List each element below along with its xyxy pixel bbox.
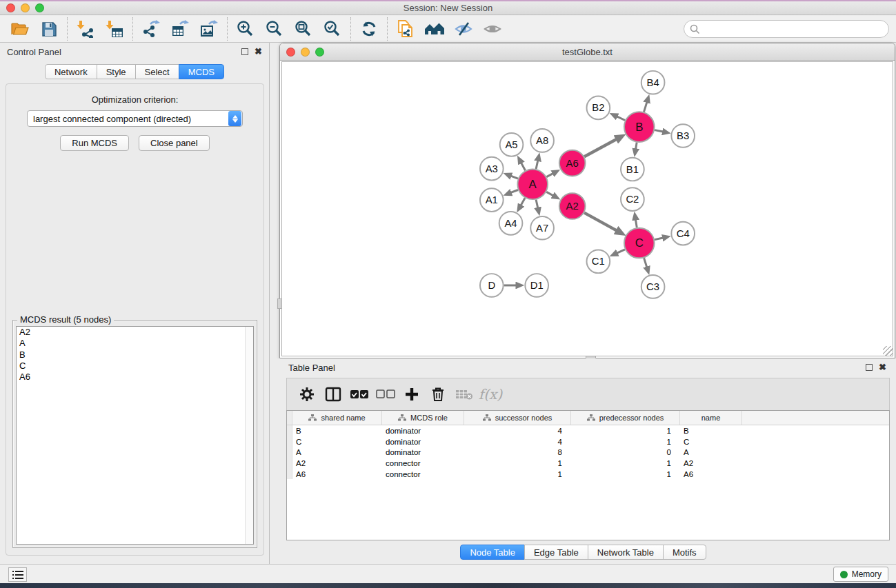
table-cell[interactable]: B [292,427,382,435]
close-panel-button[interactable]: Close panel [139,135,210,151]
export-network-icon[interactable] [137,17,166,41]
table-cell[interactable]: A6 [292,470,382,478]
table-cell[interactable]: 1 [571,427,680,435]
import-table-icon[interactable] [100,17,129,41]
home-icon[interactable] [420,17,449,41]
mcds-result-item[interactable]: A6 [17,372,253,383]
tab-network[interactable]: Network [45,64,97,79]
unchecked-boxes-icon[interactable] [372,381,399,407]
function-builder-icon[interactable]: f(x) [477,381,504,407]
table-cell[interactable]: 4 [464,427,571,435]
checked-boxes-icon[interactable] [346,381,372,407]
node-A1[interactable]: A1 [480,188,504,212]
edge-A-A5[interactable] [521,163,526,170]
table-cell[interactable]: B [680,427,742,435]
network-graph[interactable]: B4B2BB3A5A8A6A3B1AA1C2A2A4A7C4CC1C3DD1 [282,62,893,356]
search-field[interactable] [684,20,889,38]
node-C[interactable]: C [624,228,655,258]
table-cell[interactable]: C [292,438,382,446]
node-A3[interactable]: A3 [480,157,504,181]
node-A[interactable]: A [517,170,548,200]
node-C1[interactable]: C1 [587,250,610,273]
canvas-left-scrollbar[interactable] [277,298,282,309]
run-mcds-button[interactable]: Run MCDS [60,135,129,151]
table-cell[interactable]: A6 [680,470,742,478]
table-row[interactable]: A2connector11A2 [287,458,889,469]
network-document-icon[interactable] [391,17,420,41]
node-D[interactable]: D [480,274,504,297]
mcds-result-item[interactable]: C [17,361,253,372]
tab-network-table[interactable]: Network Table [588,545,664,560]
column-header-predecessor-nodes[interactable]: predecessor nodes [571,411,680,425]
edge-A2-C[interactable] [584,213,617,231]
delete-table-icon[interactable] [451,381,477,407]
tab-motifs[interactable]: Motifs [663,545,706,560]
table-cell[interactable]: A2 [680,459,742,467]
tab-edge-table[interactable]: Edge Table [524,545,588,560]
edge-B-B1[interactable] [636,143,637,150]
eye-hide-icon[interactable] [449,17,478,41]
table-cell[interactable]: 0 [571,448,680,456]
table-cell[interactable]: 1 [571,470,680,478]
table-cell[interactable]: A [680,448,742,456]
table-cell[interactable]: dominator [382,427,464,435]
trash-icon[interactable] [425,381,451,407]
split-columns-icon[interactable] [320,381,346,407]
edge-C-C4[interactable] [655,238,663,240]
table-cell[interactable]: 1 [464,459,571,467]
zoom-out-icon[interactable] [260,17,289,41]
node-B1[interactable]: B1 [621,158,644,181]
table-cell[interactable]: 4 [464,438,571,446]
close-panel-icon[interactable]: ✖ [255,48,262,55]
edge-A6-B[interactable] [584,139,617,156]
network-window-titlebar[interactable]: testGlobe.txt [280,43,895,61]
table-cell[interactable]: dominator [382,438,464,446]
mcds-result-item[interactable]: B [17,349,253,361]
column-header-mcds-role[interactable]: MCDS role [382,411,464,425]
table-cell[interactable]: 8 [464,448,571,456]
mcds-list-scrollbar[interactable] [245,327,253,544]
float-table-panel-icon[interactable] [866,364,873,371]
table-cell[interactable]: C [680,438,742,446]
save-icon[interactable] [34,17,63,41]
table-row[interactable]: Cdominator41C [287,436,889,447]
open-folder-icon[interactable] [6,17,34,41]
edge-A-A2[interactable] [546,192,553,195]
import-network-icon[interactable] [71,17,100,41]
column-header-shared-name[interactable]: shared name [292,411,382,425]
node-A2[interactable]: A2 [559,193,586,219]
export-table-icon[interactable] [166,17,195,41]
zoom-in-icon[interactable] [231,17,260,41]
export-image-icon[interactable] [195,17,223,41]
node-C3[interactable]: C3 [641,275,665,298]
column-header-name[interactable]: name [680,411,742,425]
zoom-selected-icon[interactable] [318,17,347,41]
close-table-panel-icon[interactable]: ✖ [879,364,886,371]
tab-select[interactable]: Select [135,64,179,79]
table-row[interactable]: Bdominator41B [287,425,889,436]
node-B4[interactable]: B4 [641,71,665,94]
tab-node-table[interactable]: Node Table [460,545,525,560]
edge-C-C3[interactable] [644,258,647,267]
network-canvas[interactable]: B4B2BB3A5A8A6A3B1AA1C2A2A4A7C4CC1C3DD1 [281,61,893,356]
memory-button[interactable]: Memory [833,567,888,582]
table-cell[interactable]: dominator [382,448,464,456]
node-A7[interactable]: A7 [530,216,554,240]
tab-mcds[interactable]: MCDS [179,64,224,79]
gear-icon[interactable] [294,381,320,407]
edge-A-A6[interactable] [546,174,552,177]
node-A6[interactable]: A6 [559,150,586,176]
node-A8[interactable]: A8 [530,129,554,152]
edge-A-A7[interactable] [536,200,538,208]
column-header-successor-nodes[interactable]: successor nodes [464,411,571,425]
node-D1[interactable]: D1 [525,274,548,297]
node-A5[interactable]: A5 [500,133,524,156]
table-cell[interactable]: connector [382,470,464,478]
edge-A-A3[interactable] [511,176,518,179]
mcds-result-item[interactable]: A [17,338,253,349]
table-cell[interactable]: 1 [464,470,571,478]
float-panel-icon[interactable] [241,48,248,55]
eye-show-icon[interactable] [478,17,507,41]
edge-A-A4[interactable] [521,198,525,205]
table-cell[interactable]: A [292,448,382,456]
